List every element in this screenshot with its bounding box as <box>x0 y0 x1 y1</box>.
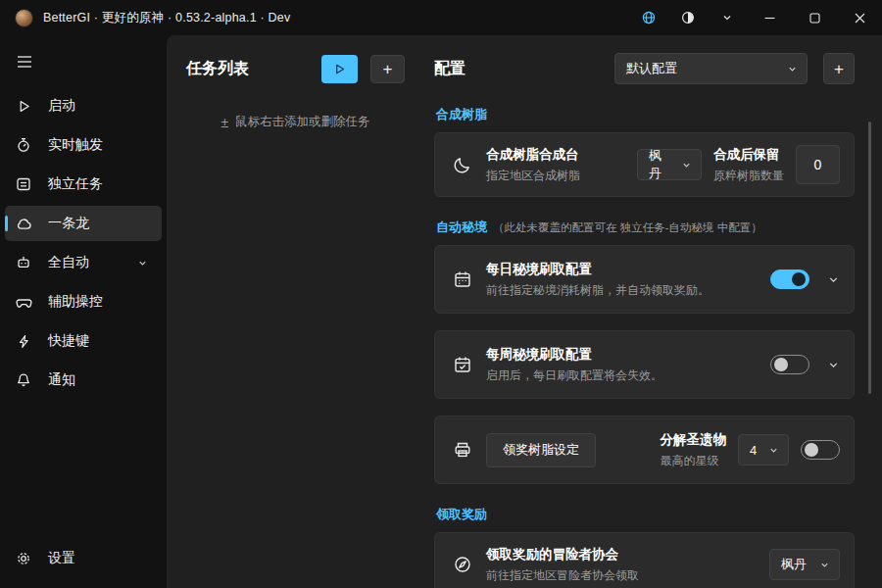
sidebar-item-realtime-trigger[interactable]: 实时触发 <box>5 127 162 163</box>
task-window-icon <box>15 175 32 193</box>
hamburger-icon <box>17 55 32 69</box>
card-title: 每日秘境刷取配置 <box>486 261 710 278</box>
compass-icon <box>451 555 474 574</box>
sidebar-item-settings[interactable]: 设置 <box>5 541 162 576</box>
daily-domain-toggle[interactable] <box>770 270 809 289</box>
expander-chevron-icon[interactable] <box>827 273 840 286</box>
task-hint-text: 鼠标右击添加或删除任务 <box>235 114 370 130</box>
daily-domain-labels: 每日秘境刷取配置 前往指定秘境消耗树脂，并自动领取奖励。 <box>486 261 710 299</box>
card-subtitle: 最高的星级 <box>661 453 727 469</box>
add-profile-button[interactable]: + <box>823 53 855 84</box>
sidebar-item-notifications[interactable]: 通知 <box>5 363 162 398</box>
task-list-panel: 任务列表 + ± 鼠标右击添加或删除任务 <box>167 35 426 588</box>
bell-icon <box>15 371 32 389</box>
craft-resin-labels: 合成树脂合成台 指定地区合成树脂 <box>486 146 580 184</box>
section-header-craft-resin: 合成树脂 <box>436 106 855 123</box>
sidebar-item-label: 实时触发 <box>48 136 103 154</box>
run-tasks-button[interactable] <box>321 55 358 83</box>
card-title: 每周秘境刷取配置 <box>486 346 662 364</box>
sidebar-item-label: 独立任务 <box>48 175 103 193</box>
keep-subtitle: 原粹树脂数量 <box>713 168 784 184</box>
card-subtitle: 前往指定秘境消耗树脂，并自动领取奖励。 <box>486 282 710 299</box>
sidebar-item-label: 启动 <box>48 97 75 115</box>
globe-button[interactable] <box>629 0 668 35</box>
close-button[interactable] <box>837 0 882 35</box>
titlebar-expand-button[interactable] <box>708 0 747 35</box>
titlebar: BetterGI · 更好的原神 · 0.53.2-alpha.1 · Dev <box>0 0 882 35</box>
timer-icon <box>15 136 32 154</box>
card-artifact-salvage: 领奖树脂设定 分解圣遗物 最高的星级 4 <box>434 416 855 484</box>
menu-toggle-button[interactable] <box>5 45 44 78</box>
titlebar-left: BetterGI · 更好的原神 · 0.53.2-alpha.1 · Dev <box>0 9 290 27</box>
sidebar-spacer <box>0 400 167 539</box>
robot-icon <box>15 254 32 271</box>
craft-region-dropdown[interactable]: 枫丹 <box>637 149 702 180</box>
artifact-star-value: 4 <box>750 443 757 458</box>
craft-region-value: 枫丹 <box>649 147 673 182</box>
sidebar-item-label: 全自动 <box>48 254 89 271</box>
artifact-salvage-toggle[interactable] <box>801 440 840 460</box>
sidebar-item-independent-tasks[interactable]: 独立任务 <box>5 167 162 202</box>
config-panel: 配置 默认配置 + 合成树脂 <box>426 35 882 588</box>
section-title: 合成树脂 <box>436 106 487 123</box>
keep-resin-count-input[interactable]: 0 <box>796 145 840 184</box>
add-task-button[interactable]: + <box>370 55 405 83</box>
card-adventurers-guild: 领取奖励的冒险者协会 前往指定地区冒险者协会领取 枫丹 <box>434 532 855 588</box>
sidebar-item-assist-control[interactable]: 辅助操控 <box>5 284 162 319</box>
chevron-down-icon <box>787 64 798 74</box>
theme-toggle-button[interactable] <box>668 0 708 35</box>
task-list-hint: ± 鼠标右击添加或删除任务 <box>186 114 405 130</box>
card-daily-domain[interactable]: 每日秘境刷取配置 前往指定秘境消耗树脂，并自动领取奖励。 <box>434 245 855 314</box>
sidebar-item-start[interactable]: 启动 <box>5 88 162 123</box>
sidebar-item-full-auto[interactable]: 全自动 <box>5 245 162 280</box>
chevron-down-icon <box>768 445 779 456</box>
section-note: （此处未覆盖的配置可在 独立任务-自动秘境 中配置） <box>493 220 762 235</box>
sidebar-item-label: 一条龙 <box>48 215 89 232</box>
section-title: 领取奖励 <box>436 506 487 523</box>
globe-icon <box>641 10 657 25</box>
artifact-star-dropdown[interactable]: 4 <box>738 434 789 466</box>
card-title: 分解圣遗物 <box>661 431 727 449</box>
keep-resin-labels: 合成后保留 原粹树脂数量 <box>713 146 784 184</box>
guild-region-value: 枫丹 <box>781 556 807 573</box>
profile-dropdown-value: 默认配置 <box>626 60 677 77</box>
profile-dropdown[interactable]: 默认配置 <box>614 53 808 84</box>
minimize-icon <box>764 13 775 24</box>
window-title: BetterGI · 更好的原神 · 0.53.2-alpha.1 · Dev <box>43 10 290 26</box>
minimize-button[interactable] <box>747 0 792 35</box>
card-title: 领取奖励的冒险者协会 <box>486 546 639 564</box>
chevron-down-icon <box>137 258 148 269</box>
artifact-salvage-labels: 分解圣遗物 最高的星级 <box>661 431 727 469</box>
gear-icon <box>15 550 32 567</box>
controller-icon <box>15 293 32 311</box>
app-window: BetterGI · 更好的原神 · 0.53.2-alpha.1 · Dev <box>0 0 882 588</box>
card-weekly-domain[interactable]: 每周秘境刷取配置 启用后，每日刷取配置将会失效。 <box>434 330 855 399</box>
guild-region-dropdown[interactable]: 枫丹 <box>769 549 840 580</box>
play-icon <box>15 97 32 115</box>
card-craft-resin: 合成树脂合成台 指定地区合成树脂 枫丹 合成后保留 原粹树脂数量 0 <box>434 132 855 197</box>
keep-title: 合成后保留 <box>713 146 784 164</box>
content-area: 任务列表 + ± 鼠标右击添加或删除任务 配置 <box>167 35 882 588</box>
lightning-icon <box>15 332 32 350</box>
chevron-down-icon <box>681 160 692 171</box>
plus-minus-icon: ± <box>220 115 228 130</box>
section-header-auto-domain: 自动秘境 （此处未覆盖的配置可在 独立任务-自动秘境 中配置） <box>436 219 855 236</box>
reward-resin-settings-button[interactable]: 领奖树脂设定 <box>486 433 596 467</box>
expander-chevron-icon[interactable] <box>827 359 840 371</box>
close-icon <box>855 13 865 24</box>
sidebar-item-label: 通知 <box>48 371 75 389</box>
vertical-scrollbar[interactable] <box>868 122 871 394</box>
theme-contrast-icon <box>680 10 696 25</box>
card-subtitle: 指定地区合成树脂 <box>486 168 580 184</box>
sidebar-item-label: 设置 <box>48 550 75 567</box>
app-logo <box>15 9 33 27</box>
sidebar-item-hotkeys[interactable]: 快捷键 <box>5 323 162 359</box>
maximize-icon <box>809 13 820 24</box>
sidebar-item-one-dragon[interactable]: 一条龙 <box>5 206 162 241</box>
weekly-domain-toggle[interactable] <box>770 355 809 374</box>
titlebar-controls <box>629 0 882 35</box>
sidebar-item-label: 快捷键 <box>48 332 89 350</box>
task-list-actions: + <box>321 55 405 83</box>
maximize-button[interactable] <box>792 0 837 35</box>
chevron-down-icon <box>819 560 830 570</box>
